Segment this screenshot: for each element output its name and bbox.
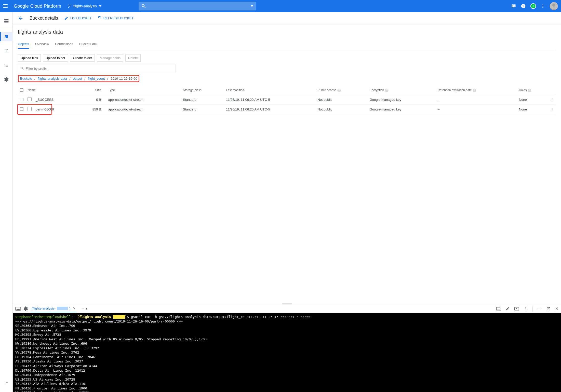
filter-input[interactable]: [26, 67, 173, 71]
keyboard-icon[interactable]: [15, 307, 21, 311]
tab-objects[interactable]: Objects: [18, 39, 29, 49]
help-icon[interactable]: ?: [521, 4, 526, 9]
create-folder-button[interactable]: Create folder: [70, 54, 95, 62]
row-more-icon[interactable]: ⋮: [548, 95, 556, 104]
cell-type: application/octet-stream: [106, 104, 181, 114]
pencil-icon[interactable]: [505, 307, 510, 311]
minimize-icon[interactable]: —: [537, 306, 542, 311]
edit-bucket-button[interactable]: EDIT BUCKET: [64, 16, 92, 20]
sidebar-transfer-appliance[interactable]: [0, 61, 13, 70]
gear-icon[interactable]: [23, 306, 28, 311]
project-selector[interactable]: flights-analysis: [67, 4, 103, 8]
upload-folder-button[interactable]: Upload folder: [43, 54, 68, 62]
objects-table: Name Size Type Storage class Last modifi…: [18, 86, 556, 114]
help-icon[interactable]: ?: [473, 89, 476, 92]
col-name[interactable]: Name: [25, 86, 76, 95]
row-more-icon[interactable]: ⋮: [548, 104, 556, 114]
row-checkbox[interactable]: [20, 107, 23, 111]
cell-retention: –: [436, 95, 517, 104]
tab-overview[interactable]: Overview: [35, 39, 49, 49]
file-icon: [28, 107, 32, 111]
cell-storage: Standard: [181, 95, 224, 104]
table-row[interactable]: part-r-00000 859 B application/octet-str…: [18, 104, 556, 114]
cell-encryption: Google-managed key: [368, 104, 436, 114]
tab-permissions[interactable]: Permissions: [55, 39, 73, 49]
help-icon[interactable]: ?: [385, 89, 389, 92]
svg-point-0: [68, 5, 69, 5]
more-vert-icon[interactable]: [524, 307, 528, 311]
hamburger-menu[interactable]: [3, 3, 9, 9]
svg-point-8: [543, 6, 543, 7]
select-all-checkbox[interactable]: [20, 88, 23, 92]
help-icon[interactable]: ?: [528, 89, 531, 92]
col-type[interactable]: Type: [106, 86, 181, 95]
breadcrumb-l2[interactable]: output: [73, 77, 82, 80]
drag-handle[interactable]: [282, 303, 292, 304]
svg-point-28: [516, 308, 517, 309]
tab-bucket-lock[interactable]: Bucket Lock: [79, 39, 97, 49]
avatar[interactable]: [550, 2, 558, 10]
shell-tab[interactable]: (flights-analysis-) ✕: [31, 306, 77, 312]
filter-box[interactable]: [18, 65, 176, 72]
storage-product-icon[interactable]: [4, 18, 9, 24]
breadcrumb-buckets[interactable]: Buckets: [20, 77, 32, 80]
refresh-bucket-button[interactable]: REFRESH BUCKET: [98, 16, 133, 20]
sidebar-expand[interactable]: [0, 378, 13, 387]
chevron-down-icon: [99, 5, 101, 7]
cell-name[interactable]: _SUCCESS: [34, 95, 76, 104]
col-public[interactable]: Public access?: [315, 86, 367, 95]
help-icon[interactable]: ?: [337, 89, 341, 92]
popout-icon[interactable]: [546, 307, 551, 311]
chevron-down-icon[interactable]: [251, 5, 253, 7]
svg-point-3: [68, 7, 69, 8]
svg-point-29: [526, 307, 526, 308]
bucket-icon: [4, 34, 9, 39]
new-tab-button[interactable]: ＋ ▾: [81, 306, 87, 311]
svg-rect-23: [5, 381, 5, 384]
cell-modified: 11/26/19, 11:06:20 AM UTC-5: [224, 95, 315, 104]
upload-files-button[interactable]: Upload files: [18, 54, 41, 62]
svg-rect-4: [512, 4, 516, 7]
sidebar-browser[interactable]: [0, 32, 13, 41]
topbar: Google Cloud Platform flights-analysis ?…: [0, 0, 561, 12]
gcp-logo: Google Cloud Platform: [14, 4, 61, 9]
terminal[interactable]: stephanefrechette@cloudshell:~ (flights-…: [13, 313, 561, 392]
cell-storage: Standard: [181, 104, 224, 114]
breadcrumb-l1[interactable]: flights-analysis-data: [38, 77, 67, 80]
back-arrow-icon[interactable]: [18, 16, 23, 21]
notifications-badge[interactable]: 1: [530, 3, 536, 9]
cell-holds: None: [517, 104, 548, 114]
delete-button: Delete: [125, 54, 141, 62]
sidebar-settings[interactable]: [0, 75, 13, 84]
col-holds[interactable]: Holds?: [517, 86, 548, 95]
col-modified[interactable]: Last modified: [224, 86, 315, 95]
manage-holds-button: Manage holds: [97, 54, 123, 62]
col-encryption[interactable]: Encryption?: [368, 86, 436, 95]
cell-type: application/octet-stream: [106, 95, 181, 104]
gear-icon: [4, 77, 9, 82]
sidebar-transfer[interactable]: [0, 46, 13, 55]
svg-rect-22: [6, 66, 8, 67]
more-vert-icon[interactable]: [541, 4, 545, 8]
cell-name[interactable]: part-r-00000: [34, 104, 76, 114]
col-storage[interactable]: Storage class: [181, 86, 224, 95]
svg-point-31: [526, 310, 526, 310]
breadcrumb-current: 2019-11-26-16-00: [111, 77, 137, 80]
screen-icon[interactable]: [514, 307, 519, 311]
close-tab-icon[interactable]: ✕: [73, 306, 76, 310]
col-retention[interactable]: Retention expiration date?: [436, 86, 517, 95]
table-row[interactable]: _SUCCESS 0 B application/octet-stream St…: [18, 95, 556, 104]
row-checkbox[interactable]: [20, 98, 23, 101]
close-icon[interactable]: ✕: [555, 306, 558, 311]
sidebar: [0, 12, 13, 392]
breadcrumb-l3[interactable]: flight_count: [88, 77, 105, 80]
cell-size: 0 B: [76, 95, 106, 104]
svg-rect-19: [5, 65, 5, 65]
laptop-icon[interactable]: [496, 307, 501, 311]
svg-point-15: [6, 51, 7, 51]
svg-rect-26: [497, 307, 500, 310]
cloud-shell-icon[interactable]: [511, 4, 516, 9]
search-box[interactable]: [139, 2, 256, 10]
refresh-icon: [98, 16, 102, 20]
col-size[interactable]: Size: [76, 86, 106, 95]
